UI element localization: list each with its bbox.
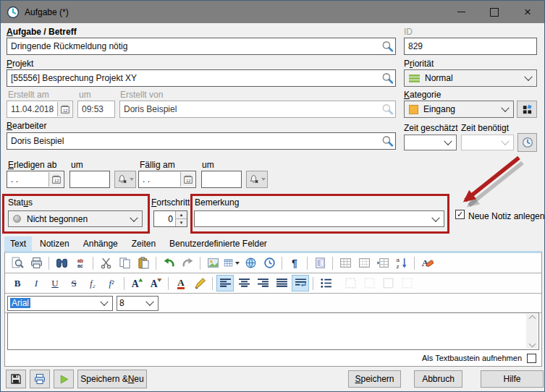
paste-button[interactable] <box>135 255 152 271</box>
faellig-reminder-button[interactable] <box>246 171 268 188</box>
bullet-list-button[interactable] <box>317 275 334 291</box>
floppy-icon <box>10 373 22 385</box>
kategorie-picker-button[interactable] <box>517 101 537 118</box>
erledigen-um-input[interactable] <box>74 174 106 184</box>
cut-button[interactable] <box>97 255 114 271</box>
erledigen-ab-calendar-button[interactable] <box>48 172 63 187</box>
print-footer-button[interactable] <box>30 370 50 388</box>
table-columns-button[interactable] <box>374 255 392 271</box>
start-button[interactable] <box>54 370 74 388</box>
superscript-button[interactable]: f² <box>103 275 120 291</box>
bold-button[interactable]: B <box>9 275 26 291</box>
abbruch-button[interactable]: Abbruch <box>414 370 462 388</box>
maximize-button[interactable] <box>478 1 511 23</box>
speichern-button[interactable]: Speichern <box>348 370 401 388</box>
erledigen-reminder-button[interactable] <box>114 171 136 188</box>
fortschritt-down-button[interactable]: ▼ <box>176 219 187 226</box>
calendar-icon <box>183 174 193 184</box>
highlight-button[interactable] <box>191 275 208 291</box>
print-preview-button[interactable] <box>9 255 26 271</box>
bearbeiter-input-wrap <box>7 132 396 150</box>
clock-icon <box>522 137 533 148</box>
justify-button[interactable] <box>273 275 290 291</box>
undo-button[interactable] <box>160 255 177 271</box>
hyperlink-button[interactable] <box>242 255 259 271</box>
prioritaet-dropdown[interactable]: Normal <box>404 69 537 87</box>
line-break-button[interactable] <box>292 275 309 291</box>
editor-scrollbar[interactable] <box>526 314 538 349</box>
align-left-button[interactable] <box>216 275 234 291</box>
align-center-button[interactable] <box>235 275 253 291</box>
sort-az-button[interactable] <box>393 255 410 271</box>
tab-zeiten[interactable]: Zeiten <box>126 237 161 251</box>
replace-button[interactable] <box>72 255 89 271</box>
faellig-am-calendar-button[interactable] <box>180 172 195 187</box>
neue-notiz-checkbox[interactable]: ✓ <box>455 210 465 219</box>
table-borders-button[interactable] <box>337 255 354 271</box>
aufgabe-betreff-label: Aufgabe / Betreff <box>7 27 77 37</box>
insert-table-button[interactable] <box>223 255 240 271</box>
id-input[interactable] <box>408 41 533 51</box>
fortschritt-spinner[interactable]: 0 ▲ ▼ <box>153 210 187 227</box>
calendar-icon <box>60 104 70 114</box>
underline-button[interactable]: U <box>46 275 64 291</box>
font-color-button[interactable]: A <box>172 275 190 291</box>
font-size-combo[interactable]: 8 <box>117 296 159 311</box>
tab-text[interactable]: Text <box>4 237 32 251</box>
chevron-down-icon <box>444 137 452 145</box>
zeit-stopwatch-button[interactable] <box>517 133 537 152</box>
insert-time-button[interactable] <box>261 255 278 271</box>
category-squares-icon <box>522 104 533 115</box>
textbaustein-checkbox[interactable] <box>527 354 536 363</box>
aufgabe-input[interactable] <box>11 41 392 51</box>
faellig-um-input[interactable] <box>206 174 237 184</box>
shrink-font-button[interactable] <box>147 275 164 291</box>
minimize-button[interactable] <box>444 1 478 23</box>
zeit-geschaetzt-dropdown[interactable] <box>404 135 457 150</box>
fortschritt-up-button[interactable]: ▲ <box>176 211 187 219</box>
tab-anhaenge[interactable]: Anhänge <box>77 237 124 251</box>
tab-notizen[interactable]: Notizen <box>34 237 75 251</box>
grow-font-button[interactable] <box>128 275 145 291</box>
speichern-neu-button[interactable]: Speichern & Neu <box>77 370 147 388</box>
scroll-up-icon[interactable] <box>528 315 536 323</box>
font-family-combo[interactable]: Arial <box>7 296 113 311</box>
redo-button[interactable] <box>179 255 196 271</box>
print-button[interactable] <box>28 255 45 271</box>
toolbar-separator <box>282 257 282 270</box>
border-option-1-icon <box>345 277 357 289</box>
subscript-button[interactable]: f₂ <box>84 275 101 291</box>
align-right-button[interactable] <box>254 275 271 291</box>
projekt-search-icon[interactable] <box>381 72 394 85</box>
strikethrough-button[interactable]: S <box>65 275 83 291</box>
insert-image-icon <box>207 257 219 269</box>
bearbeiter-search-icon[interactable] <box>381 135 394 148</box>
insert-image-button[interactable] <box>204 255 221 271</box>
scroll-down-icon[interactable] <box>528 341 536 348</box>
clear-formatting-button[interactable] <box>418 255 436 271</box>
bearbeiter-input[interactable] <box>11 136 392 146</box>
save-button[interactable] <box>6 370 26 388</box>
hilfe-button[interactable]: Hilfe <box>481 370 544 388</box>
copy-button[interactable] <box>116 255 133 271</box>
close-icon: × <box>524 6 531 18</box>
aufgabe-search-icon[interactable] <box>381 41 394 53</box>
italic-icon: I <box>35 278 38 288</box>
table-gridlines-button[interactable] <box>355 255 373 271</box>
italic-button[interactable]: I <box>28 275 45 291</box>
status-dropdown[interactable]: Nicht begonnen <box>8 210 143 227</box>
close-button[interactable]: × <box>511 1 544 23</box>
toolbar-separator <box>124 277 124 290</box>
bemerkung-dropdown[interactable] <box>194 210 444 227</box>
projekt-label: Projekt <box>7 59 33 69</box>
bell-off-icon <box>117 174 127 184</box>
erstellt-von-search-icon <box>381 103 394 116</box>
text-editor-area[interactable] <box>7 312 539 350</box>
kategorie-dropdown[interactable]: Eingang <box>404 101 514 118</box>
formatting-marks-button[interactable]: ¶ <box>286 255 303 271</box>
tab-benutzerdefinierte-felder[interactable]: Benutzerdefinierte Felder <box>164 237 273 251</box>
projekt-input[interactable] <box>11 73 392 83</box>
chevron-down-icon <box>261 178 266 181</box>
text-frame-button[interactable] <box>311 255 329 271</box>
find-button[interactable] <box>53 255 70 271</box>
